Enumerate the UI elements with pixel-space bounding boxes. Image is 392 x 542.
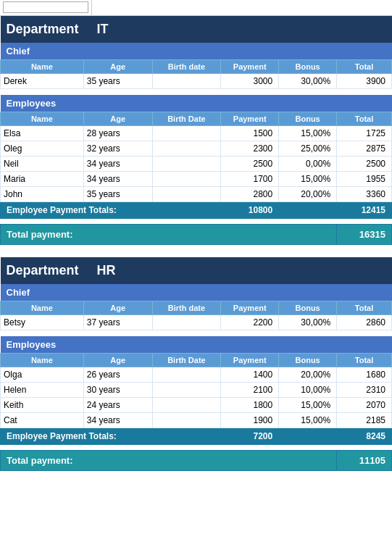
spacer-1 [1, 89, 392, 95]
emp-totals-hr: Employee Payment Totals: 7200 8245 [1, 428, 392, 444]
emp-row-oleg: Oleg 32 years 2300 25,00% 2875 [1, 141, 392, 156]
emp-row-helen: Helen 30 years 2100 10,00% 2310 [1, 382, 392, 397]
dept-label: Department [7, 22, 79, 36]
chief-section-it: Chief [1, 43, 392, 60]
dept-header-hr: Department HR [1, 257, 392, 284]
top-input-cell[interactable] [0, 0, 92, 15]
spacer-4 [1, 444, 392, 450]
spacer-3 [1, 330, 392, 336]
inter-dept-spacer [1, 244, 392, 257]
employees-section-it: Employees [1, 95, 392, 112]
total-payment-hr: Total payment: 11105 [1, 450, 392, 470]
emp-row-maria: Maria 34 years 1700 15,00% 1955 [1, 171, 392, 186]
employees-section-hr: Employees [1, 336, 392, 354]
top-input-row [0, 0, 392, 16]
chief-section-hr: Chief [1, 284, 392, 301]
emp-row-olga: Olga 26 years 1400 20,00% 1680 [1, 367, 392, 382]
dept-label-hr: Department [7, 263, 79, 278]
top-input[interactable] [3, 1, 88, 13]
emp-row-elsa: Elsa 28 years 1500 15,00% 1725 [1, 125, 392, 141]
emp-col-header-it: Name Age Birth Date Payment Bonus Total [1, 112, 392, 125]
emp-row-john: John 35 years 2800 20,00% 3360 [1, 186, 392, 201]
emp-row-neil: Neil 34 years 2500 0,00% 2500 [1, 156, 392, 171]
total-payment-it: Total payment: 16315 [1, 224, 392, 244]
spacer-2 [1, 218, 392, 224]
dept-header-it: Department IT [1, 16, 392, 43]
emp-row-keith: Keith 24 years 1800 15,00% 2070 [1, 397, 392, 412]
chief-row-betsy: Betsy 37 years 2200 30,00% 2860 [1, 315, 392, 330]
dept-name-it: IT [97, 22, 109, 36]
emp-totals-it: Employee Payment Totals: 10800 12415 [1, 201, 392, 218]
chief-col-header-it: Name Age Birth date Payment Bonus Total [1, 60, 392, 74]
emp-col-header-hr: Name Age Birth Date Payment Bonus Total [1, 353, 392, 367]
chief-row-derek: Derek 35 years 3000 30,00% 3900 [1, 74, 392, 89]
dept-name-hr: HR [97, 263, 116, 278]
chief-col-header-hr: Name Age Birth date Payment Bonus Total [1, 301, 392, 315]
emp-row-cat: Cat 34 years 1900 15,00% 2185 [1, 412, 392, 428]
